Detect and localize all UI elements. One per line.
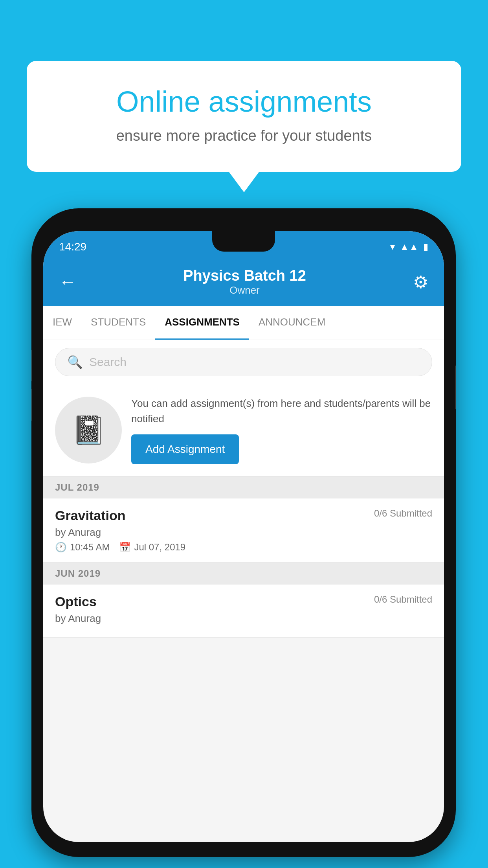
search-bar[interactable]: 🔍 Search <box>55 348 432 376</box>
assignment-item-optics[interactable]: Optics 0/6 Submitted by Anurag <box>43 585 444 638</box>
speech-bubble-container: Online assignments ensure more practice … <box>27 61 461 172</box>
tab-assignments[interactable]: ASSIGNMENTS <box>155 306 249 340</box>
bubble-subtitle: ensure more practice for your students <box>58 127 430 144</box>
tab-students[interactable]: STUDENTS <box>81 306 155 340</box>
clock-icon: 🕐 <box>55 542 67 553</box>
assignment-header-optics: Optics 0/6 Submitted <box>55 594 432 609</box>
promo-description: You can add assignment(s) from here and … <box>131 396 432 427</box>
assignment-name: Gravitation <box>55 508 125 523</box>
calendar-icon: 📅 <box>119 542 131 553</box>
meta-date: 📅 Jul 07, 2019 <box>119 542 185 553</box>
assignment-submitted: 0/6 Submitted <box>374 508 432 519</box>
battery-icon: ▮ <box>423 241 428 252</box>
month-divider-jul: JUL 2019 <box>43 476 444 498</box>
assignment-by: by Anurag <box>55 526 432 539</box>
assignment-name-optics: Optics <box>55 594 97 609</box>
month-divider-jun: JUN 2019 <box>43 563 444 585</box>
tab-announcements[interactable]: ANNOUNCEM <box>249 306 335 340</box>
phone-notch <box>212 231 275 252</box>
speech-bubble: Online assignments ensure more practice … <box>27 61 461 172</box>
status-time: 14:29 <box>59 241 86 253</box>
notebook-icon: 📓 <box>72 414 106 446</box>
promo-section: 📓 You can add assignment(s) from here an… <box>43 384 444 476</box>
header-subtitle: Owner <box>76 284 413 296</box>
volume-down-button[interactable] <box>31 389 32 421</box>
signal-icon: ▲▲ <box>400 241 418 252</box>
search-container: 🔍 Search <box>43 340 444 384</box>
promo-text-area: You can add assignment(s) from here and … <box>131 396 432 464</box>
search-icon: 🔍 <box>67 355 83 370</box>
search-input[interactable]: Search <box>89 355 127 369</box>
bubble-title: Online assignments <box>58 85 430 120</box>
power-button[interactable] <box>455 366 456 409</box>
phone-screen: 14:29 ▾ ▲▲ ▮ ← Physics Batch 12 Owner ⚙ … <box>43 231 444 842</box>
assignment-by-optics: by Anurag <box>55 612 432 625</box>
settings-icon[interactable]: ⚙ <box>413 272 428 292</box>
tabs-container: IEW STUDENTS ASSIGNMENTS ANNOUNCEM <box>43 306 444 340</box>
header-title: Physics Batch 12 <box>76 267 413 284</box>
status-icons: ▾ ▲▲ ▮ <box>390 241 428 252</box>
volume-up-button[interactable] <box>31 350 32 381</box>
assignment-meta: 🕐 10:45 AM 📅 Jul 07, 2019 <box>55 542 432 553</box>
add-assignment-button[interactable]: Add Assignment <box>131 434 239 464</box>
header-center: Physics Batch 12 Owner <box>76 267 413 296</box>
assignment-item-gravitation[interactable]: Gravitation 0/6 Submitted by Anurag 🕐 10… <box>43 498 444 563</box>
back-button[interactable]: ← <box>59 272 76 292</box>
assignment-header: Gravitation 0/6 Submitted <box>55 508 432 523</box>
assignment-submitted-optics: 0/6 Submitted <box>374 594 432 605</box>
meta-time: 🕐 10:45 AM <box>55 542 110 553</box>
promo-icon-circle: 📓 <box>55 397 122 463</box>
wifi-icon: ▾ <box>390 241 395 252</box>
tab-iew[interactable]: IEW <box>43 306 81 340</box>
app-header: ← Physics Batch 12 Owner ⚙ <box>43 259 444 306</box>
phone-frame: 14:29 ▾ ▲▲ ▮ ← Physics Batch 12 Owner ⚙ … <box>31 208 456 857</box>
